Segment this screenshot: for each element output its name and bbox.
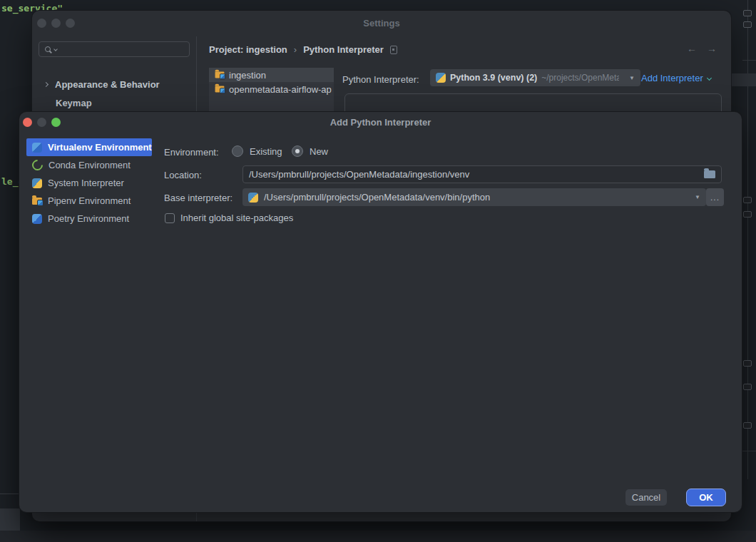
python-interpreter-label: Python Interpreter:: [342, 74, 419, 85]
sidebar-item-system[interactable]: System Interpreter: [26, 174, 152, 192]
python-icon: [436, 73, 446, 83]
fold-marker-icon: [743, 21, 752, 28]
search-history-chevron-icon: [53, 47, 58, 51]
sidebar-item-conda[interactable]: Conda Environment: [26, 156, 152, 174]
fold-marker-icon: [743, 360, 752, 367]
pipenv-folder-icon: [32, 198, 42, 205]
project-folder-icon: [215, 71, 225, 78]
forward-arrow-icon[interactable]: →: [707, 43, 717, 54]
more-options-button[interactable]: ...: [706, 188, 724, 206]
fold-marker-icon: [743, 211, 752, 218]
editor-tick: [742, 451, 756, 451]
settings-search-input[interactable]: [39, 41, 190, 57]
location-label: Location:: [164, 170, 202, 180]
screen: se_service" le_d 298 Settings Appearance…: [0, 0, 756, 542]
fold-marker-icon: [743, 384, 752, 390]
editor-highlight-band: [732, 73, 756, 86]
dropdown-arrow-icon: ▼: [623, 75, 640, 81]
breadcrumb-page: Python Interpreter: [303, 44, 384, 55]
breadcrumb-separator: ›: [294, 44, 297, 55]
editor-gutter-line: [747, 0, 748, 479]
sidebar-item-poetry[interactable]: Poetry Environment: [26, 210, 152, 227]
inherit-site-packages-checkbox[interactable]: Inherit global site-packages: [165, 213, 293, 223]
breadcrumb-project[interactable]: Project: ingestion: [209, 44, 287, 55]
browse-folder-icon[interactable]: [704, 170, 715, 178]
statusbar-fragment: [0, 508, 20, 531]
fold-marker-icon: [743, 10, 752, 16]
sidebar-item-pipenv[interactable]: Pipenv Environment: [26, 192, 152, 210]
project-list-item[interactable]: openmetadata-airflow-ap: [209, 82, 334, 96]
search-icon: [45, 46, 51, 52]
poetry-python-icon: [32, 214, 42, 224]
interpreter-dropdown[interactable]: Python 3.9 (venv) (2) ~/projects/OpenMet…: [430, 69, 640, 86]
back-arrow-icon[interactable]: ←: [687, 43, 697, 54]
add-interpreter-link[interactable]: Add Interpreter: [641, 73, 711, 83]
base-interpreter-label: Base interpreter:: [164, 193, 233, 203]
radio-new[interactable]: New: [292, 145, 328, 157]
nav-arrows: ← →: [687, 43, 717, 54]
location-input[interactable]: /Users/pmbrull/projects/OpenMetadata/ing…: [242, 165, 722, 183]
project-folder-icon: [215, 86, 225, 92]
breadcrumb: Project: ingestion › Python Interpreter: [209, 44, 397, 55]
base-interpreter-dropdown[interactable]: /Users/pmbrull/projects/OpenMetadata/ven…: [242, 188, 706, 206]
project-list-item[interactable]: ingestion: [209, 68, 334, 82]
checkbox-icon: [165, 213, 175, 223]
statusbar-band: [0, 531, 756, 542]
cancel-button[interactable]: Cancel: [625, 489, 667, 506]
add-dialog-title: Add Python Interpreter: [19, 117, 742, 128]
add-interpreter-dialog: Add Python Interpreter Virtualenv Enviro…: [19, 112, 742, 512]
editor-tick: [742, 60, 756, 61]
radio-icon: [232, 145, 243, 157]
statusbar-divider: [0, 494, 20, 494]
dropdown-arrow-icon: ▼: [689, 194, 706, 200]
fold-marker-icon: [743, 422, 752, 429]
virtualenv-python-icon: [32, 143, 42, 153]
python-icon: [32, 178, 42, 188]
environment-label: Environment:: [164, 147, 219, 158]
fold-marker-icon: [743, 197, 752, 203]
chevron-right-icon: [44, 82, 48, 87]
conda-icon: [30, 158, 45, 173]
settings-page-icon: [390, 46, 397, 54]
sidebar-item-appearance-behavior[interactable]: Appearance & Behavior: [44, 79, 160, 90]
radio-selected-icon: [292, 145, 303, 157]
ok-button[interactable]: OK: [686, 489, 726, 506]
sidebar-item-virtualenv[interactable]: Virtualenv Environment: [26, 138, 152, 156]
interpreter-type-list: Virtualenv Environment Conda Environment…: [26, 138, 152, 227]
python-icon: [248, 193, 258, 203]
settings-dialog-title: Settings: [32, 18, 731, 29]
radio-existing[interactable]: Existing: [232, 145, 282, 157]
sidebar-item-keymap[interactable]: Keymap: [56, 96, 92, 109]
chevron-down-icon: [707, 76, 712, 81]
